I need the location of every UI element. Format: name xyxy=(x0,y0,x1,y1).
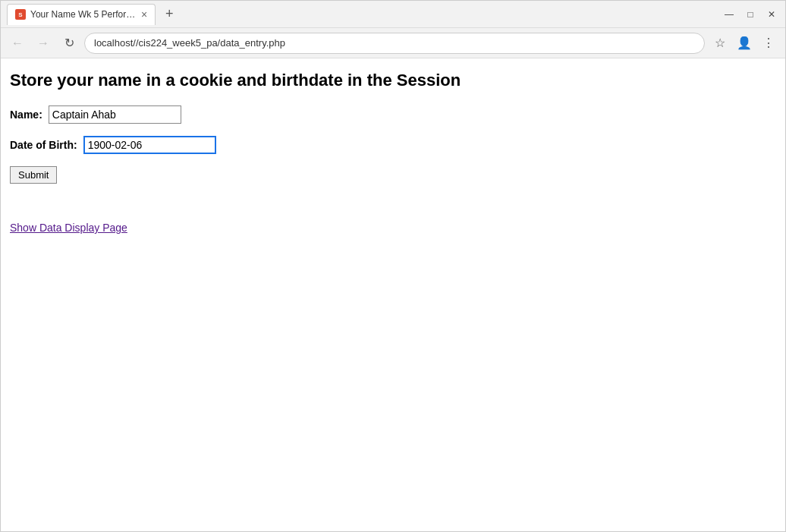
dob-input[interactable] xyxy=(83,136,216,154)
browser-tab[interactable]: S Your Name Wk 5 Performance A... × xyxy=(7,4,156,25)
back-button[interactable]: ← xyxy=(7,33,28,54)
submit-button[interactable]: Submit xyxy=(10,166,57,184)
title-bar-left: S Your Name Wk 5 Performance A... × + xyxy=(7,4,180,25)
tab-title: Your Name Wk 5 Performance A... xyxy=(30,9,137,20)
account-icon[interactable]: 👤 xyxy=(734,33,755,54)
title-bar: S Your Name Wk 5 Performance A... × + — … xyxy=(1,1,785,28)
minimize-button[interactable]: — xyxy=(722,7,737,22)
browser-window: S Your Name Wk 5 Performance A... × + — … xyxy=(0,0,786,532)
refresh-button[interactable]: ↻ xyxy=(58,33,80,54)
address-bar-actions: ☆ 👤 ⋮ xyxy=(709,33,779,54)
menu-icon[interactable]: ⋮ xyxy=(758,33,779,54)
tab-close-icon[interactable]: × xyxy=(141,8,147,20)
tab-favicon: S xyxy=(15,9,26,20)
window-close-button[interactable]: ✕ xyxy=(764,7,779,22)
page-content: Store your name in a cookie and birthdat… xyxy=(1,58,785,531)
address-text: localhost//cis224_week5_pa/data_entry.ph… xyxy=(94,37,285,49)
dob-form-row: Date of Birth: xyxy=(10,136,776,154)
show-data-link[interactable]: Show Data Display Page xyxy=(10,222,127,234)
new-tab-button[interactable]: + xyxy=(159,4,180,25)
dob-label: Date of Birth: xyxy=(10,139,77,151)
name-label: Name: xyxy=(10,109,42,121)
address-bar[interactable]: localhost//cis224_week5_pa/data_entry.ph… xyxy=(84,33,705,54)
bookmark-icon[interactable]: ☆ xyxy=(709,33,731,54)
name-input[interactable] xyxy=(49,105,181,124)
forward-button[interactable]: → xyxy=(33,33,54,54)
window-controls: — □ ✕ xyxy=(722,7,779,22)
page-heading: Store your name in a cookie and birthdat… xyxy=(10,71,776,90)
maximize-button[interactable]: □ xyxy=(743,7,758,22)
address-bar-row: ← → ↻ localhost//cis224_week5_pa/data_en… xyxy=(1,28,785,58)
name-form-row: Name: xyxy=(10,105,776,124)
